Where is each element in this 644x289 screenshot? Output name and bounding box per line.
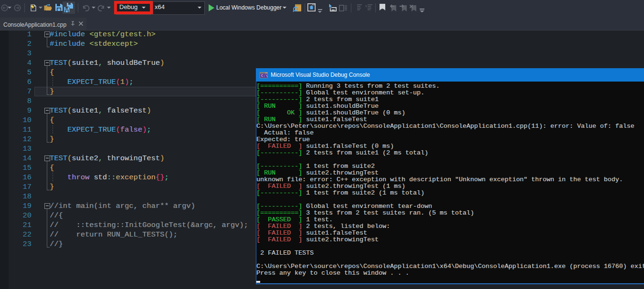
svg-text:C:\: C:\ [261, 74, 268, 78]
